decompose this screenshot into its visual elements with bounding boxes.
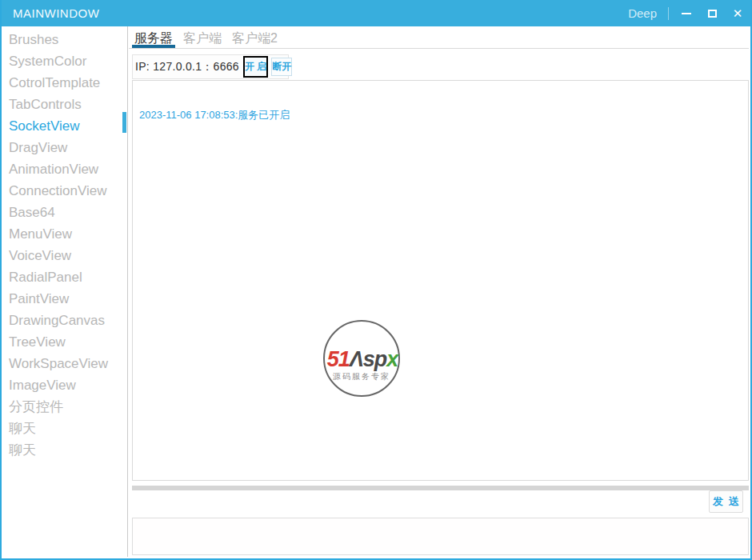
send-button[interactable]: 发 送 [709,490,743,513]
tab-client2[interactable]: 客户端2 [230,26,280,48]
sidebar-item-dragview[interactable]: DragView [3,137,127,158]
disconnect-button[interactable]: 断开 [271,58,292,76]
sidebar-item-drawingcanvas[interactable]: DrawingCanvas [3,310,127,331]
sidebar-item-socketview[interactable]: SocketView [3,115,127,137]
ip-address-label: IP: 127.0.0.1：6666 [135,60,239,74]
tab-client[interactable]: 客户端 [181,26,224,48]
ip-group: IP: 127.0.0.1：6666 开 启 断开 [132,54,289,79]
maximize-button[interactable] [699,0,725,26]
sidebar-item-radialpanel[interactable]: RadialPanel [3,266,127,288]
main-window: MAINWINDOW Deep ✕ Brushes SystemColor Co… [0,0,752,560]
titlebar-divider [668,7,669,20]
main-content: 服务器 客户端 客户端2 IP: 127.0.0.1：6666 开 启 断开 2… [129,26,749,557]
sidebar-item-connectionview[interactable]: ConnectionView [3,180,127,202]
minimize-icon [682,13,691,14]
message-input[interactable] [132,518,749,555]
log-message: 2023-11-06 17:08:53:服务已开启 [139,108,290,122]
close-button[interactable]: ✕ [725,0,750,26]
sidebar-item-workspaceview[interactable]: WorkSpaceView [3,353,127,374]
sidebar-item-brushes[interactable]: Brushes [3,29,127,50]
tab-server[interactable]: 服务器 [132,26,175,48]
sidebar-item-systemcolor[interactable]: SystemColor [3,50,127,72]
sidebar-item-tabcontrols[interactable]: TabControls [3,94,127,115]
sidebar-item-chat2[interactable]: 聊天 [3,439,127,461]
deep-label: Deep [628,6,657,20]
horizontal-scrollbar[interactable] [132,486,749,490]
tabstrip: 服务器 客户端 客户端2 [129,26,749,49]
sidebar-item-cotroltemplate[interactable]: CotrolTemplate [3,72,127,94]
titlebar: MAINWINDOW Deep ✕ [2,0,750,26]
titlebar-controls: Deep ✕ [628,0,750,26]
sidebar-item-treeview[interactable]: TreeView [3,331,127,353]
maximize-icon [708,10,717,18]
logo-subtitle: 源码服务专家 [326,371,398,382]
sidebar-item-animationview[interactable]: AnimationView [3,158,127,180]
message-list-panel[interactable]: 2023-11-06 17:08:53:服务已开启 51Λspx 源码服务专家 [132,80,749,481]
logo-asp: Λsp [350,347,387,371]
sidebar-item-imageview[interactable]: ImageView [3,374,127,396]
window-title: MAINWINDOW [13,6,99,20]
minimize-button[interactable] [674,0,699,26]
sidebar: Brushes SystemColor CotrolTemplate TabCo… [3,26,128,557]
logo-x: x [386,347,398,371]
sidebar-item-base64[interactable]: Base64 [3,202,127,223]
sidebar-scroll-indicator[interactable] [122,112,126,133]
sidebar-item-menuview[interactable]: MenuView [3,223,127,245]
logo-51: 51 [327,347,350,371]
close-icon: ✕ [733,7,743,19]
sidebar-item-paintview[interactable]: PaintView [3,288,127,310]
sidebar-item-pagination[interactable]: 分页控件 [3,396,127,418]
logo-text: 51Λspx [313,347,412,372]
sidebar-item-chat1[interactable]: 聊天 [3,418,127,439]
sidebar-item-voiceview[interactable]: VoiceView [3,245,127,266]
open-server-button[interactable]: 开 启 [243,56,268,78]
